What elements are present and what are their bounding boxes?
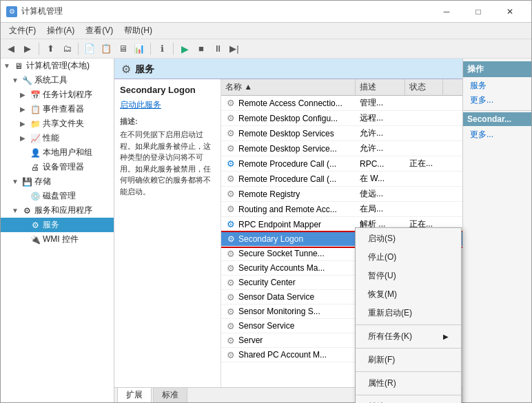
toolbar-stop[interactable]: ■ [194,41,209,56]
col-header-desc[interactable]: 描述 [356,79,405,95]
menu-view[interactable]: 查看(V) [80,23,119,38]
start-service-link[interactable]: 启动此服务 [120,99,215,111]
right-panel-divider [463,110,531,111]
ctx-refresh[interactable]: 刷新(F) [356,351,461,369]
service-name-cell: ⚙ Server [221,333,356,347]
service-status-cell [405,147,443,150]
gear-icon: ⚙ [225,98,236,109]
right-panel-more-2[interactable]: 更多... [463,127,531,142]
tree-item-shared[interactable]: ▶ 📁 共享文件夹 [1,116,114,131]
titlebar-left: ⚙ 计算机管理 [6,6,63,17]
tree-toggle-shared: ▶ [20,120,30,127]
menu-action[interactable]: 操作(A) [41,23,80,38]
ctx-restart[interactable]: 重新启动(E) [356,304,461,322]
gear-blue-icon: ⚙ [225,158,236,169]
toolbar-doc3[interactable]: 🖥 [115,41,130,56]
tab-standard[interactable]: 标准 [153,387,187,402]
service-name-cell: ⚙ Security Accounts Ma... [221,261,356,275]
tree-item-system[interactable]: ▼ 🔧 系统工具 [1,73,114,87]
toolbar-doc2[interactable]: 📋 [99,41,114,56]
tree-item-disk[interactable]: 💿 磁盘管理 [1,189,114,203]
list-item[interactable]: ⚙ Remote Registry 使远... [221,187,462,202]
service-status-cell [405,102,443,105]
service-name-cell: ⚙ Remote Desktop Configu... [221,112,356,125]
toolbar-restart[interactable]: ▶| [227,41,242,56]
menubar: 文件(F) 操作(A) 查看(V) 帮助(H) [1,23,531,39]
tree-item-services-apps[interactable]: ▼ ⚙ 服务和应用程序 [1,203,114,218]
toolbar-play[interactable]: ▶ [177,41,192,56]
toolbar: ◀ ▶ ⬆ 🗂 📄 📋 🖥 📊 ℹ ▶ ■ ⏸ ▶| [1,39,531,59]
tree-toggle-root: ▼ [3,62,13,70]
list-item[interactable]: ⚙ Remote Procedure Call (... 在 W... [221,172,462,187]
service-name-cell: ⚙ Routing and Remote Acc... [221,203,356,216]
tree-label-task: 任务计划程序 [43,89,92,101]
ctx-stop[interactable]: 停止(O) [356,248,461,267]
tree-item-localusers[interactable]: 👤 本地用户和组 [1,145,114,160]
toolbar-sep-2 [78,43,79,55]
list-item[interactable]: ⚙ Remote Desktop Service... 允许... [221,141,462,156]
service-header-title: 服务 [135,63,154,76]
toolbar-sep-1 [39,43,39,55]
ctx-all-tasks[interactable]: 所有任务(K) ▶ [356,327,461,346]
service-name-cell: ⚙ Remote Desktop Service... [221,142,356,156]
menu-file[interactable]: 文件(F) [3,23,41,38]
service-name-cell: ⚙ Remote Procedure Call (... [221,157,356,171]
tree-item-event[interactable]: ▶ 📋 事件查看器 [1,102,114,116]
ctx-properties[interactable]: 属性(R) [356,374,461,393]
toolbar-back[interactable]: ◀ [3,41,19,56]
maximize-button[interactable]: □ [462,1,494,23]
close-button[interactable]: ✕ [494,1,526,23]
tree-item-wmi[interactable]: 🔌 WMI 控件 [1,232,114,247]
ctx-sep-4 [356,395,461,395]
list-item[interactable]: ⚙ Remote Desktop Services 允许... [221,126,462,141]
desc-label: 描述: [120,116,215,127]
right-panel-more-1[interactable]: 更多... [463,93,531,107]
tree-label-root: 计算机管理(本地) [26,60,90,72]
service-desc-cell: 使远... [356,187,405,201]
service-status-cell [405,193,443,196]
toolbar-info[interactable]: ℹ [154,41,170,56]
toolbar-doc1[interactable]: 📄 [82,41,97,56]
titlebar: ⚙ 计算机管理 ─ □ ✕ [1,1,531,23]
right-panel-services[interactable]: 服务 [463,79,531,93]
tree-item-task[interactable]: ▶ 📅 任务计划程序 [1,87,114,102]
list-item[interactable]: ⚙ Remote Access Connectio... 管理... [221,96,462,111]
tree-label-perf: 性能 [43,132,59,144]
service-desc-cell: RPC... [356,158,405,170]
tree-item-services[interactable]: ⚙ 服务 [1,218,114,232]
ctx-start[interactable]: 启动(S) [356,229,461,248]
ctx-help[interactable]: 帮助(H) [356,397,461,403]
minimize-button[interactable]: ─ [431,1,462,23]
col-header-name[interactable]: 名称 ▲ [221,79,356,95]
ctx-sep-1 [356,324,461,325]
toolbar-pause-btn[interactable]: ⏸ [210,41,225,56]
col-header-status[interactable]: 状态 [405,79,443,95]
menu-help[interactable]: 帮助(H) [119,23,158,38]
service-desc-cell: 远程... [356,111,405,125]
list-item[interactable]: ⚙ Remote Procedure Call (... RPC... 正在..… [221,156,462,172]
tree-item-perf[interactable]: ▶ 📈 性能 [1,131,114,145]
list-item[interactable]: ⚙ Routing and Remote Acc... 在局... [221,202,462,217]
localusers-icon: 👤 [30,147,41,158]
ctx-pause[interactable]: 暂停(U) [356,267,461,285]
tree-item-storage[interactable]: ▼ 💾 存储 [1,174,114,189]
tree-toggle-perf: ▶ [20,134,30,142]
right-section-secondary: Secondar... 更多... [463,112,531,142]
service-name-cell: ⚙ Sensor Service [221,319,356,333]
service-desc-cell: 允许... [356,141,405,156]
gear-icon: ⚙ [225,143,236,154]
toolbar-forward[interactable]: ▶ [20,41,35,56]
tree-item-device[interactable]: 🖨 设备管理器 [1,160,114,174]
gear-icon: ⚙ [225,349,236,360]
toolbar-up[interactable]: ⬆ [43,41,58,56]
ctx-resume[interactable]: 恢复(M) [356,285,461,304]
right-panel-title-secondary: Secondar... [463,112,531,126]
tree-toggle-services-apps: ▼ [12,207,21,214]
tab-expand[interactable]: 扩展 [117,387,152,402]
toolbar-doc4[interactable]: 📊 [132,41,147,56]
list-item[interactable]: ⚙ Remote Desktop Configu... 远程... [221,111,462,126]
storage-icon: 💾 [21,176,32,187]
tree-item-root[interactable]: ▼ 🖥 计算机管理(本地) [1,59,114,73]
context-menu: 启动(S) 停止(O) 暂停(U) 恢复(M) 重新启动(E) 所有任务(K) … [355,227,462,403]
toolbar-show-hide[interactable]: 🗂 [59,41,74,56]
